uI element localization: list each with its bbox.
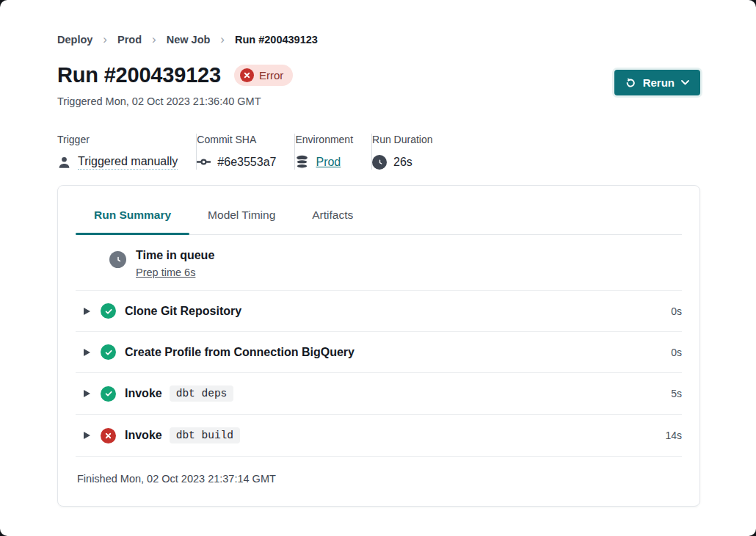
tab-model-timing[interactable]: Model Timing — [189, 209, 294, 234]
step-duration: 14s — [665, 430, 682, 441]
metadata-environment: Environment Prod — [295, 134, 371, 170]
page-title: Run #200439123 — [57, 63, 221, 87]
step-duration: 5s — [671, 388, 682, 399]
commit-icon — [197, 155, 211, 169]
breadcrumb-item-prod[interactable]: Prod — [117, 34, 142, 46]
expand-triangle-icon[interactable] — [84, 308, 90, 315]
commit-sha-value: #6e3553a7 — [217, 156, 276, 169]
step-duration: 0s — [671, 305, 682, 317]
tab-run-summary[interactable]: Run Summary — [76, 209, 189, 234]
clock-icon — [109, 251, 126, 268]
prep-time-link[interactable]: Prep time 6s — [136, 267, 195, 278]
expand-triangle-icon[interactable] — [84, 432, 90, 439]
status-badge-label: Error — [259, 69, 283, 82]
database-icon — [295, 155, 309, 169]
success-check-icon — [101, 344, 116, 360]
chevron-down-icon — [681, 80, 689, 85]
refresh-icon — [625, 77, 636, 89]
command-chip: dbt build — [170, 427, 240, 443]
metadata-run-duration: Run Duration 26s — [372, 134, 451, 170]
metadata-label: Commit SHA — [197, 134, 276, 145]
triggered-timestamp: Triggered Mon, 02 Oct 2023 21:36:40 GMT — [57, 95, 293, 107]
page-header: Run #200439123 Error Triggered Mon, 02 O… — [57, 63, 700, 107]
rerun-button-label: Rerun — [643, 76, 675, 89]
step-title: Create Profile from Connection BigQuery — [125, 346, 355, 359]
app-window: Deploy › Prod › New Job › Run #200439123… — [0, 0, 756, 536]
tab-bar: Run Summary Model Timing Artifacts — [76, 186, 682, 235]
error-x-icon — [101, 428, 116, 443]
breadcrumb-item-current-run: Run #200439123 — [235, 34, 318, 46]
error-status-badge: Error — [234, 65, 293, 86]
metadata-trigger: Trigger Triggered manually — [57, 134, 196, 170]
breadcrumb-separator-icon: › — [152, 33, 156, 46]
step-duration: 0s — [671, 347, 682, 358]
step-create-profile: Create Profile from Connection BigQuery … — [76, 332, 682, 373]
rerun-button[interactable]: Rerun — [614, 70, 700, 95]
step-clone-git-repository: Clone Git Repository 0s — [76, 291, 682, 332]
metadata-label: Environment — [295, 134, 353, 145]
metadata-label: Run Duration — [372, 134, 433, 145]
trigger-value[interactable]: Triggered manually — [78, 155, 178, 170]
step-invoke-dbt-build: Invoke dbt build 14s — [76, 415, 682, 457]
success-check-icon — [101, 386, 116, 402]
run-summary-card: Run Summary Model Timing Artifacts Time … — [57, 185, 700, 507]
finished-timestamp: Finished Mon, 02 Oct 2023 21:37:14 GMT — [76, 457, 682, 506]
error-x-icon — [240, 68, 254, 82]
step-title: Invoke — [125, 387, 162, 400]
person-icon — [57, 156, 71, 170]
step-time-in-queue: Time in queue Prep time 6s — [76, 235, 682, 291]
success-check-icon — [101, 303, 116, 319]
metadata-commit-sha: Commit SHA #6e3553a7 — [197, 134, 294, 170]
step-title: Invoke — [125, 429, 162, 442]
run-duration-value: 26s — [393, 156, 412, 169]
step-invoke-dbt-deps: Invoke dbt deps 5s — [76, 373, 682, 415]
breadcrumb-separator-icon: › — [103, 33, 107, 46]
command-chip: dbt deps — [170, 385, 234, 402]
tab-artifacts[interactable]: Artifacts — [294, 209, 371, 234]
environment-link[interactable]: Prod — [316, 156, 341, 169]
metadata-label: Trigger — [57, 134, 178, 145]
expand-triangle-icon[interactable] — [84, 349, 90, 356]
clock-icon — [372, 155, 387, 170]
run-metadata-strip: Trigger Triggered manually Commit SHA #6… — [57, 134, 700, 170]
breadcrumb-item-deploy[interactable]: Deploy — [57, 34, 92, 46]
step-title: Clone Git Repository — [125, 305, 241, 318]
breadcrumb: Deploy › Prod › New Job › Run #200439123 — [57, 33, 700, 46]
step-title: Time in queue — [136, 249, 214, 262]
expand-triangle-icon[interactable] — [84, 390, 90, 397]
breadcrumb-separator-icon: › — [220, 33, 225, 46]
breadcrumb-item-new-job[interactable]: New Job — [167, 34, 211, 46]
